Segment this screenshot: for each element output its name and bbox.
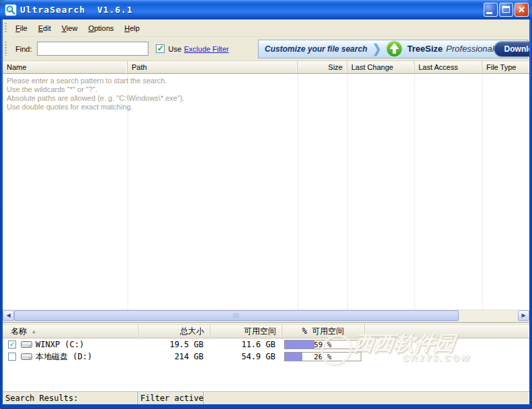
column-gridline — [298, 74, 298, 310]
status-search-results: Search Results: — [3, 392, 138, 404]
search-hint-text: Please enter a search pattern to start t… — [7, 77, 185, 111]
hard-drive-icon — [21, 340, 32, 349]
hint-line: Use double quotes for exact matching. — [7, 103, 185, 111]
scrollbar-grip-icon — [234, 313, 240, 318]
exclude-filter-link[interactable]: Exclude Filter — [184, 45, 229, 53]
promo-text: Customize your file search — [265, 44, 367, 54]
hint-line: Absolute paths are allowed (e. g. "C:\Wi… — [7, 94, 185, 103]
status-bar: Search Results: Filter active — [3, 392, 529, 404]
rebar-grip[interactable] — [5, 23, 7, 33]
treesize-logo-icon — [386, 40, 403, 58]
horizontal-scrollbar[interactable]: ◀ ▶ — [3, 310, 529, 321]
magnifier-app-icon — [5, 4, 17, 16]
close-button[interactable]: ✕ — [515, 3, 529, 17]
hard-drive-icon — [21, 353, 32, 361]
free-space-percent: 26 % — [285, 353, 361, 361]
column-header-last-change[interactable]: Last Change — [347, 61, 414, 73]
drives-panel: 名称 ▲ 总大小 可用空间 % 可用空间 ✓ WINXP (C:) — [3, 325, 529, 392]
drive-d-checkbox[interactable] — [8, 353, 16, 361]
drive-c-checkbox[interactable]: ✓ — [8, 340, 16, 349]
column-header-last-access[interactable]: Last Access — [414, 61, 482, 73]
drive-total-size: 19.5 GB — [138, 340, 210, 349]
brand-edition: Professional — [446, 44, 494, 54]
drive-column-total-size[interactable]: 总大小 — [138, 325, 210, 338]
rebar-grip[interactable] — [5, 42, 7, 56]
free-space-bar: 26 % — [284, 352, 361, 361]
column-header-file-type[interactable]: File Type — [482, 61, 529, 73]
drives-header-row: 名称 ▲ 总大小 可用空间 % 可用空间 — [3, 325, 529, 338]
use-exclude-filter-checkbox[interactable]: ✓ — [156, 44, 165, 53]
sort-ascending-icon: ▲ — [32, 328, 36, 334]
drive-name: WINXP (C:) — [36, 340, 84, 349]
column-header-path[interactable]: Path — [128, 61, 298, 73]
minimize-icon — [486, 12, 492, 14]
search-input[interactable] — [37, 42, 148, 56]
drive-free-space: 54.9 GB — [210, 352, 282, 361]
drive-column-percent-free[interactable]: % 可用空间 — [282, 325, 365, 338]
drive-total-size: 214 GB — [138, 352, 210, 361]
menu-bar: File Edit View Options Help — [3, 19, 529, 37]
drive-free-space: 11.6 GB — [210, 340, 282, 349]
free-space-bar: 59 % — [284, 340, 361, 349]
window-title: UltraSearch V1.6.1 — [20, 5, 133, 15]
menu-view[interactable]: View — [56, 22, 83, 34]
drive-name: 本地磁盘 (D:) — [36, 351, 92, 363]
drive-column-name-label: 名称 — [11, 326, 27, 337]
results-header-row: Name Path Size Last Change Last Access F… — [3, 61, 529, 74]
drive-column-free-space[interactable]: 可用空间 — [210, 325, 282, 338]
ultrasearch-window: UltraSearch V1.6.1 ✕ File Edit View Opti… — [0, 0, 532, 409]
status-filter-active: Filter active — [138, 392, 204, 404]
maximize-button[interactable] — [499, 3, 513, 17]
use-label: Use — [168, 45, 181, 53]
treesize-promo-banner[interactable]: Customize your file search ❯ TreeSize Pr… — [258, 40, 528, 58]
hint-line: Use the wildcards "*" or "?". — [7, 85, 185, 94]
scroll-right-button[interactable]: ▶ — [518, 310, 529, 321]
download-button[interactable]: Download — [494, 42, 529, 56]
brand-name: TreeSize — [407, 44, 443, 54]
column-gridline — [414, 74, 415, 310]
status-filler — [204, 392, 529, 404]
scrollbar-track[interactable] — [459, 310, 518, 321]
maximize-icon — [502, 6, 510, 13]
client-area: File Edit View Options Help Find: ✓ Use … — [3, 19, 529, 404]
title-bar[interactable]: UltraSearch V1.6.1 ✕ — [0, 0, 532, 19]
free-space-percent: 59 % — [285, 340, 361, 349]
scroll-left-button[interactable]: ◀ — [3, 310, 14, 321]
column-gridline — [482, 74, 483, 310]
menu-options[interactable]: Options — [83, 22, 119, 34]
find-label: Find: — [15, 45, 32, 53]
drive-row-c[interactable]: ✓ WINXP (C:) 19.5 GB 11.6 GB 59 % — [3, 338, 529, 351]
menu-edit[interactable]: Edit — [33, 22, 56, 34]
column-header-size[interactable]: Size — [298, 61, 347, 73]
column-gridline — [347, 74, 348, 310]
drive-column-name[interactable]: 名称 ▲ — [3, 325, 138, 338]
results-list[interactable]: Please enter a search pattern to start t… — [3, 74, 529, 310]
close-icon: ✕ — [515, 3, 528, 16]
drive-row-d[interactable]: 本地磁盘 (D:) 214 GB 54.9 GB 26 % — [3, 351, 529, 363]
column-header-name[interactable]: Name — [3, 61, 128, 73]
minimize-button[interactable] — [484, 3, 498, 17]
hint-line: Please enter a search pattern to start t… — [7, 77, 185, 85]
drive-column-filler — [365, 325, 529, 338]
menu-file[interactable]: File — [10, 22, 33, 34]
search-toolbar: Find: ✓ Use Exclude Filter Customize you… — [3, 37, 529, 61]
chevron-right-icon: ❯ — [373, 42, 382, 56]
menu-help[interactable]: Help — [119, 22, 145, 34]
scrollbar-thumb[interactable] — [14, 310, 459, 321]
